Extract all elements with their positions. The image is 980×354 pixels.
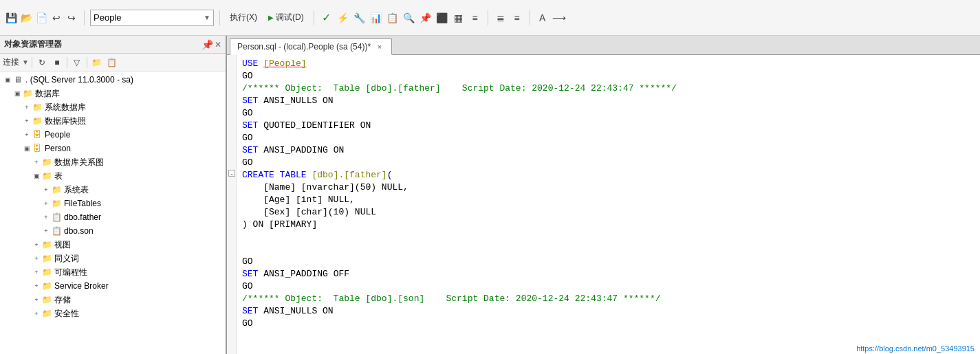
properties-icon[interactable]: 📋 [105,56,119,69]
check-icon[interactable]: ✓ [320,11,334,25]
tree-views-folder[interactable]: + 📁 视图 [0,238,226,252]
storage-label: 存储 [54,294,71,306]
toolbar-icon-5[interactable]: ↪ [65,11,78,25]
close-panel-icon[interactable]: ✕ [215,40,221,49]
separator-5 [530,10,530,25]
programmability-label: 可编程性 [54,267,87,278]
expand-server-icon: ▣ [3,75,12,85]
tree-system-dbs[interactable]: + 📁 系统数据库 [0,100,226,114]
tree-storage-folder[interactable]: + 📁 存储 [0,293,226,307]
folder-icon-8: 📁 [41,239,52,250]
toolbar-icon-8[interactable]: 📊 [369,11,383,25]
database-icon-2: 🗄 [32,143,43,154]
col-name: [Name] [nvarchar](50) NULL, [242,181,409,194]
toolbar-icon-9[interactable]: 📋 [386,11,400,25]
toolbar-icon-13[interactable]: ▦ [452,11,466,25]
toolbar-icon-14[interactable]: ≡ [468,11,482,25]
toolbar-icon-12[interactable]: ⬛ [435,11,449,25]
tree-databases-folder[interactable]: ▣ 📁 数据库 [0,87,226,100]
tree-tables-folder[interactable]: ▣ 📁 表 [0,169,226,183]
tree-db-diagram[interactable]: + 📁 数据库关系图 [0,155,226,169]
pin-icon[interactable]: 📌 [202,39,213,50]
toolbar-icon-18[interactable]: ⟶ [552,11,566,25]
code-line-14: ) ON [PRIMARY] [242,219,974,231]
tab-bar: Person.sql - (local).People (sa (54))* × [227,36,980,55]
new-folder-icon[interactable]: 📁 [90,56,104,69]
people-db-label: People [45,130,70,140]
code-editor[interactable]: USE [People] GO /****** Object: Table [d… [237,55,980,354]
tree-file-tables[interactable]: + 📁 FileTables [0,197,226,210]
collapse-button-create[interactable]: - [228,170,235,177]
toolbar-icon-1[interactable]: 💾 [4,11,18,25]
expand-sysdbs-icon: + [22,102,32,112]
toolbar-icon-17[interactable]: A [536,11,549,25]
code-line-19: GO [242,280,974,293]
chevron-down-icon: ▼ [204,14,210,21]
toolbar-icon-3[interactable]: 📄 [34,11,48,25]
code-line-12: [Age] [int] NULL, [242,194,974,206]
tb-separator-2 [67,57,67,68]
expand-filetables-icon: + [41,199,51,208]
status-bar: https://blog.csdn.net/m0_53493915 [851,343,980,354]
tree-synonyms-folder[interactable]: + 📁 同义词 [0,252,226,265]
folder-icon-5: 📁 [41,170,52,181]
toolbar-icon-4[interactable]: ↩ [50,11,63,25]
toolbar-icon-7[interactable]: 🔧 [353,11,367,25]
code-line-4: SET ANSI_NULLS ON [242,95,974,107]
on-primary: ) ON [PRIMARY] [242,219,317,231]
keyword-use: USE [242,58,263,70]
panel-header: 对象资源管理器 📌 ✕ [0,36,226,54]
margin-line-8 [227,144,236,157]
tree-dbo-father[interactable]: + 📋 dbo.father [0,210,226,224]
kw-set-5: SET [242,305,263,318]
go-3: GO [242,132,253,144]
connect-dropdown-icon[interactable]: ▼ [22,58,29,66]
play-icon: ▶ [268,14,274,21]
db-snapshots-label: 数据库快照 [45,115,86,127]
toolbar-icon-15[interactable]: ≣ [494,11,508,25]
ansi-pad-off: ANSI_PADDING OFF [263,268,349,280]
expand-databases-icon: ▣ [12,89,22,98]
margin-line-3 [227,82,236,95]
expand-diagram-icon: + [32,157,41,167]
toolbar-icon-16[interactable]: ≡ [510,11,524,25]
refresh-icon[interactable]: ↻ [35,56,49,69]
execute-button[interactable]: 执行(X) [226,10,261,25]
folder-icon-11: 📁 [41,280,52,291]
filter-icon[interactable]: ▽ [70,56,84,69]
stop-icon[interactable]: ■ [50,56,64,69]
tree-programmability-folder[interactable]: + 📁 可编程性 [0,265,226,279]
ansi-nulls-2: ANSI_NULLS ON [263,305,333,318]
folder-icon-9: 📁 [41,253,52,264]
tree-people-db[interactable]: + 🗄 People [0,128,226,142]
tree-system-tables[interactable]: + 📁 系统表 [0,183,226,197]
tree-security-folder[interactable]: + 📁 安全性 [0,307,226,320]
folder-icon-4: 📁 [41,157,52,168]
tree-db-snapshots[interactable]: + 📁 数据库快照 [0,114,226,128]
tree-dbo-son[interactable]: + 📋 dbo.son [0,224,226,238]
code-line-5: GO [242,107,974,120]
folder-icon-3: 📁 [32,115,43,126]
go-4: GO [242,157,253,169]
tree-server-node[interactable]: ▣ 🖥 . (SQL Server 11.0.3000 - sa) [0,73,226,87]
expand-systables-icon: + [41,185,51,195]
tree-person-db[interactable]: ▣ 🗄 Person [0,142,226,155]
folder-icon-7: 📁 [51,198,62,209]
database-dropdown[interactable]: People ▼ [90,10,214,26]
expand-security-icon: + [32,309,41,318]
tree-service-broker[interactable]: + 📁 Service Broker [0,279,226,293]
debug-button[interactable]: ▶ 调试(D) [264,10,308,25]
toolbar-icon-6[interactable]: ⚡ [336,11,350,25]
editor-tab[interactable]: Person.sql - (local).People (sa (54))* × [230,38,392,55]
database-icon: 🗄 [32,129,43,140]
quoted-id: QUOTED_IDENTIFIER ON [263,120,371,132]
toolbar-icon-2[interactable]: 📂 [19,11,33,25]
code-line-8: SET ANSI_PADDING ON [242,144,974,157]
code-line-22: GO [242,318,974,330]
toolbar-icon-11[interactable]: 📌 [419,11,433,25]
margin-line-2 [227,70,236,82]
editor-panel: Person.sql - (local).People (sa (54))* ×… [227,36,980,354]
execute-label: 执行(X) [230,12,257,23]
tab-close-button[interactable]: × [375,42,384,52]
toolbar-icon-10[interactable]: 🔍 [402,11,416,25]
